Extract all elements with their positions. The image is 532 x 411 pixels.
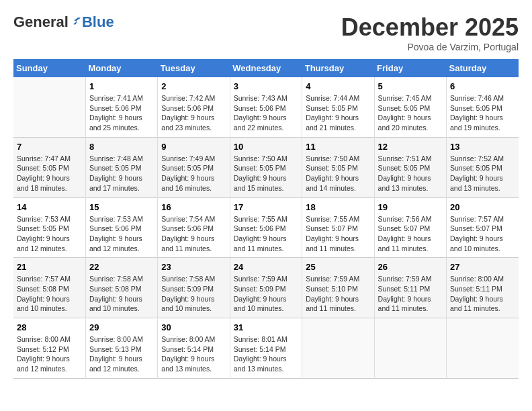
day-info: Sunrise: 7:59 AMSunset: 5:11 PMDaylight:… xyxy=(378,274,443,314)
calendar-week-row: 21Sunrise: 7:57 AMSunset: 5:08 PMDayligh… xyxy=(13,258,519,318)
calendar-cell: 23Sunrise: 7:58 AMSunset: 5:09 PMDayligh… xyxy=(158,258,230,318)
day-number: 10 xyxy=(234,142,298,152)
calendar-cell: 27Sunrise: 8:00 AMSunset: 5:11 PMDayligh… xyxy=(447,258,519,318)
calendar-week-row: 7Sunrise: 7:47 AMSunset: 5:05 PMDaylight… xyxy=(13,137,519,197)
day-number: 22 xyxy=(89,262,154,272)
calendar-cell: 31Sunrise: 8:01 AMSunset: 5:14 PMDayligh… xyxy=(230,318,302,379)
day-info: Sunrise: 7:51 AMSunset: 5:05 PMDaylight:… xyxy=(378,154,443,193)
day-info: Sunrise: 8:00 AMSunset: 5:12 PMDaylight:… xyxy=(17,334,82,374)
day-info: Sunrise: 7:45 AMSunset: 5:05 PMDaylight:… xyxy=(378,93,443,133)
day-info: Sunrise: 7:47 AMSunset: 5:05 PMDaylight:… xyxy=(17,154,82,193)
day-number: 29 xyxy=(89,322,154,332)
calendar-cell: 5Sunrise: 7:45 AMSunset: 5:05 PMDaylight… xyxy=(374,77,446,137)
day-info: Sunrise: 7:44 AMSunset: 5:05 PMDaylight:… xyxy=(306,93,370,133)
day-number: 3 xyxy=(234,81,298,91)
day-info: Sunrise: 7:56 AMSunset: 5:07 PMDaylight:… xyxy=(378,214,443,254)
calendar-cell: 16Sunrise: 7:54 AMSunset: 5:06 PMDayligh… xyxy=(158,197,230,258)
day-number: 20 xyxy=(450,202,515,212)
logo: General Blue xyxy=(13,13,114,31)
calendar-cell xyxy=(13,77,85,137)
calendar-cell: 30Sunrise: 8:00 AMSunset: 5:14 PMDayligh… xyxy=(158,318,230,379)
calendar-cell: 4Sunrise: 7:44 AMSunset: 5:05 PMDaylight… xyxy=(302,77,374,137)
day-info: Sunrise: 7:58 AMSunset: 5:08 PMDaylight:… xyxy=(89,274,154,314)
day-info: Sunrise: 7:57 AMSunset: 5:08 PMDaylight:… xyxy=(17,274,82,314)
calendar-cell xyxy=(374,318,446,379)
calendar-cell: 21Sunrise: 7:57 AMSunset: 5:08 PMDayligh… xyxy=(13,258,85,318)
day-number: 11 xyxy=(306,142,370,152)
calendar-cell: 12Sunrise: 7:51 AMSunset: 5:05 PMDayligh… xyxy=(374,137,446,197)
day-number: 13 xyxy=(450,142,515,152)
day-info: Sunrise: 7:55 AMSunset: 5:07 PMDaylight:… xyxy=(306,214,370,254)
weekday-header-row: SundayMondayTuesdayWednesdayThursdayFrid… xyxy=(13,59,519,77)
day-info: Sunrise: 7:50 AMSunset: 5:05 PMDaylight:… xyxy=(306,154,370,193)
calendar-cell: 22Sunrise: 7:58 AMSunset: 5:08 PMDayligh… xyxy=(85,258,157,318)
day-info: Sunrise: 7:50 AMSunset: 5:05 PMDaylight:… xyxy=(234,154,298,193)
day-info: Sunrise: 7:57 AMSunset: 5:07 PMDaylight:… xyxy=(450,214,515,254)
day-info: Sunrise: 7:59 AMSunset: 5:10 PMDaylight:… xyxy=(306,274,370,314)
day-number: 2 xyxy=(161,81,226,91)
calendar-cell: 6Sunrise: 7:46 AMSunset: 5:05 PMDaylight… xyxy=(447,77,519,137)
logo-bird-icon xyxy=(70,16,82,28)
calendar-cell: 1Sunrise: 7:41 AMSunset: 5:06 PMDaylight… xyxy=(85,77,157,137)
day-number: 19 xyxy=(378,202,443,212)
calendar-week-row: 14Sunrise: 7:53 AMSunset: 5:05 PMDayligh… xyxy=(13,197,519,258)
day-info: Sunrise: 7:42 AMSunset: 5:06 PMDaylight:… xyxy=(161,93,226,133)
weekday-header: Thursday xyxy=(302,59,374,77)
calendar-cell: 2Sunrise: 7:42 AMSunset: 5:06 PMDaylight… xyxy=(158,77,230,137)
day-info: Sunrise: 8:00 AMSunset: 5:14 PMDaylight:… xyxy=(161,334,226,374)
day-info: Sunrise: 8:01 AMSunset: 5:14 PMDaylight:… xyxy=(234,334,298,374)
day-number: 6 xyxy=(450,81,515,91)
day-info: Sunrise: 7:55 AMSunset: 5:06 PMDaylight:… xyxy=(234,214,298,254)
day-info: Sunrise: 7:59 AMSunset: 5:09 PMDaylight:… xyxy=(234,274,298,314)
day-number: 15 xyxy=(89,202,154,212)
day-info: Sunrise: 7:53 AMSunset: 5:05 PMDaylight:… xyxy=(17,214,82,254)
day-number: 8 xyxy=(89,142,154,152)
calendar-cell: 17Sunrise: 7:55 AMSunset: 5:06 PMDayligh… xyxy=(230,197,302,258)
weekday-header: Monday xyxy=(85,59,157,77)
calendar-week-row: 1Sunrise: 7:41 AMSunset: 5:06 PMDaylight… xyxy=(13,77,519,137)
weekday-header: Tuesday xyxy=(158,59,230,77)
calendar-cell: 28Sunrise: 8:00 AMSunset: 5:12 PMDayligh… xyxy=(13,318,85,379)
day-number: 16 xyxy=(161,202,226,212)
day-number: 17 xyxy=(234,202,298,212)
location-subtitle: Povoa de Varzim, Portugal xyxy=(341,42,519,52)
calendar-cell: 25Sunrise: 7:59 AMSunset: 5:10 PMDayligh… xyxy=(302,258,374,318)
day-number: 18 xyxy=(306,202,370,212)
day-number: 30 xyxy=(161,322,226,332)
day-number: 28 xyxy=(17,322,82,332)
day-number: 1 xyxy=(89,81,154,91)
day-info: Sunrise: 8:00 AMSunset: 5:13 PMDaylight:… xyxy=(89,334,154,374)
weekday-header: Saturday xyxy=(447,59,519,77)
calendar-cell: 19Sunrise: 7:56 AMSunset: 5:07 PMDayligh… xyxy=(374,197,446,258)
day-info: Sunrise: 7:52 AMSunset: 5:05 PMDaylight:… xyxy=(450,154,515,193)
day-number: 23 xyxy=(161,262,226,272)
day-number: 26 xyxy=(378,262,443,272)
day-number: 21 xyxy=(17,262,82,272)
day-info: Sunrise: 7:58 AMSunset: 5:09 PMDaylight:… xyxy=(161,274,226,314)
calendar-cell: 18Sunrise: 7:55 AMSunset: 5:07 PMDayligh… xyxy=(302,197,374,258)
calendar-cell: 13Sunrise: 7:52 AMSunset: 5:05 PMDayligh… xyxy=(447,137,519,197)
day-number: 4 xyxy=(306,81,370,91)
calendar-cell: 9Sunrise: 7:49 AMSunset: 5:05 PMDaylight… xyxy=(158,137,230,197)
day-info: Sunrise: 7:53 AMSunset: 5:06 PMDaylight:… xyxy=(89,214,154,254)
calendar-cell: 8Sunrise: 7:48 AMSunset: 5:05 PMDaylight… xyxy=(85,137,157,197)
page-header: General Blue December 2025 Povoa de Varz… xyxy=(13,13,519,52)
day-number: 24 xyxy=(234,262,298,272)
day-number: 14 xyxy=(17,202,82,212)
weekday-header: Sunday xyxy=(13,59,85,77)
day-number: 5 xyxy=(378,81,443,91)
day-number: 31 xyxy=(234,322,298,332)
logo-blue: Blue xyxy=(82,13,114,31)
day-number: 9 xyxy=(161,142,226,152)
calendar-cell: 11Sunrise: 7:50 AMSunset: 5:05 PMDayligh… xyxy=(302,137,374,197)
day-info: Sunrise: 7:49 AMSunset: 5:05 PMDaylight:… xyxy=(161,154,226,193)
day-number: 25 xyxy=(306,262,370,272)
calendar-cell: 20Sunrise: 7:57 AMSunset: 5:07 PMDayligh… xyxy=(447,197,519,258)
title-block: December 2025 Povoa de Varzim, Portugal xyxy=(341,13,519,52)
calendar-cell: 7Sunrise: 7:47 AMSunset: 5:05 PMDaylight… xyxy=(13,137,85,197)
calendar-cell: 15Sunrise: 7:53 AMSunset: 5:06 PMDayligh… xyxy=(85,197,157,258)
calendar-cell: 14Sunrise: 7:53 AMSunset: 5:05 PMDayligh… xyxy=(13,197,85,258)
day-info: Sunrise: 7:41 AMSunset: 5:06 PMDaylight:… xyxy=(89,93,154,133)
calendar-cell: 29Sunrise: 8:00 AMSunset: 5:13 PMDayligh… xyxy=(85,318,157,379)
calendar-cell xyxy=(302,318,374,379)
